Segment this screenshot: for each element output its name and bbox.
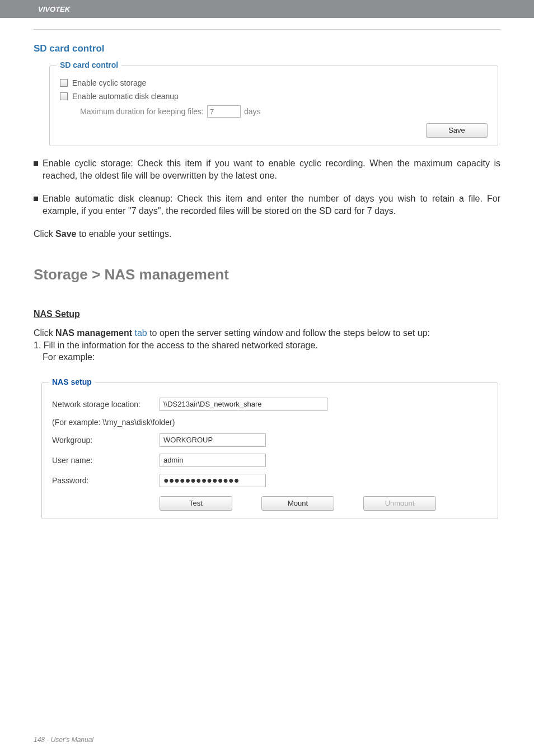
page-footer: 148 - User's Manual xyxy=(34,736,93,744)
save-instruction-b: Save xyxy=(55,229,76,239)
bullet-cyclic-text: Enable cyclic storage: Check this item i… xyxy=(43,157,500,181)
nas-panel-legend: NAS setup xyxy=(49,377,95,386)
unmount-button: Unmount xyxy=(363,496,436,511)
nas-button-row: Test Mount Unmount xyxy=(160,496,488,511)
nas-step1: 1. Fill in the information for the acces… xyxy=(34,340,318,350)
save-instruction: Click Save to enable your settings. xyxy=(34,228,500,240)
bullet-cleanup: Enable automatic disk cleanup: Check thi… xyxy=(34,193,500,217)
enable-cleanup-row: Enable automatic disk cleanup xyxy=(60,92,488,101)
brand-label: VIVOTEK xyxy=(38,5,70,13)
nas-password-label: Password: xyxy=(52,476,160,485)
sd-panel-legend: SD card control xyxy=(57,60,121,69)
save-button[interactable]: Save xyxy=(426,123,488,138)
page-content: SD card control SD card control Enable c… xyxy=(0,43,534,519)
nas-example-text: (For example: \\my_nas\disk\folder) xyxy=(52,418,175,427)
divider xyxy=(34,29,500,30)
enable-cleanup-checkbox[interactable] xyxy=(60,92,68,100)
nas-workgroup-label: Workgroup: xyxy=(52,436,160,445)
bullet-square-icon xyxy=(34,197,38,201)
nas-password-input[interactable]: ●●●●●●●●●●●●●● xyxy=(160,474,266,487)
sd-card-control-panel: SD card control Enable cyclic storage En… xyxy=(49,66,498,146)
enable-cyclic-row: Enable cyclic storage xyxy=(60,78,488,87)
nas-username-input[interactable] xyxy=(160,454,266,467)
enable-cyclic-checkbox[interactable] xyxy=(60,79,68,87)
enable-cyclic-label: Enable cyclic storage xyxy=(72,78,146,87)
nas-workgroup-input[interactable] xyxy=(160,433,266,447)
nas-username-row: User name: xyxy=(52,454,488,467)
nas-heading: Storage > NAS management xyxy=(34,266,500,283)
nas-intro-b: NAS management xyxy=(55,328,132,338)
enable-cleanup-label: Enable automatic disk cleanup xyxy=(72,92,179,101)
nas-location-label: Network storage location: xyxy=(52,400,160,409)
bullet-cleanup-text: Enable automatic disk cleanup: Check thi… xyxy=(43,193,500,217)
nas-intro-d: to open the server setting window and fo… xyxy=(147,328,430,338)
nas-example-row: (For example: \\my_nas\disk\folder) xyxy=(52,418,488,427)
nas-password-row: Password: ●●●●●●●●●●●●●● xyxy=(52,474,488,487)
sd-save-row: Save xyxy=(60,123,488,138)
nas-username-label: User name: xyxy=(52,456,160,465)
nas-setup-heading: NAS Setup xyxy=(34,309,500,319)
save-instruction-a: Click xyxy=(34,229,55,239)
bullet-square-icon xyxy=(34,161,38,166)
nas-location-row: Network storage location: xyxy=(52,398,488,411)
test-button[interactable]: Test xyxy=(160,496,232,511)
nas-location-input[interactable] xyxy=(160,398,327,411)
save-instruction-c: to enable your settings. xyxy=(76,229,171,239)
nas-intro: Click NAS management tab to open the ser… xyxy=(34,327,500,363)
nas-intro-tab: tab xyxy=(132,328,147,338)
max-duration-input[interactable] xyxy=(207,105,241,118)
nas-setup-panel: NAS setup Network storage location: (For… xyxy=(41,382,498,519)
bullet-cyclic: Enable cyclic storage: Check this item i… xyxy=(34,157,500,181)
nas-workgroup-row: Workgroup: xyxy=(52,433,488,447)
max-duration-row: Maximum duration for keeping files: days xyxy=(80,105,488,118)
nas-intro-a: Click xyxy=(34,328,55,338)
page-header: VIVOTEK xyxy=(0,0,534,18)
max-duration-unit: days xyxy=(244,107,261,116)
max-duration-label: Maximum duration for keeping files: xyxy=(80,107,204,116)
sd-section-title: SD card control xyxy=(34,43,500,54)
mount-button[interactable]: Mount xyxy=(261,496,334,511)
nas-for-example: For example: xyxy=(43,351,95,363)
